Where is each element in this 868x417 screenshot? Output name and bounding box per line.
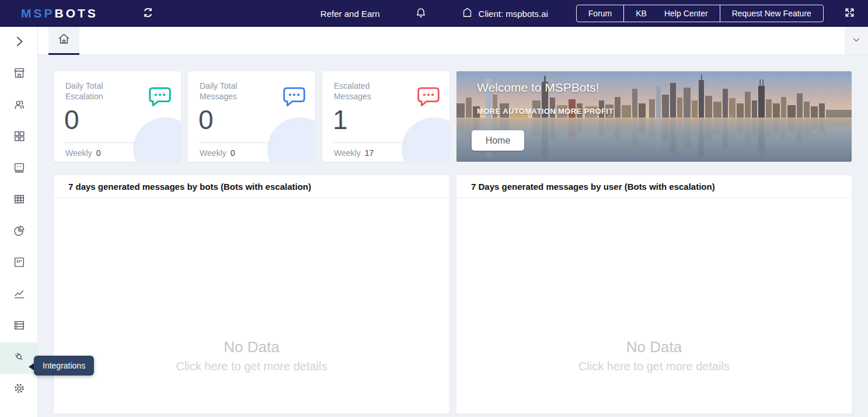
panel-header: 7 days generated messages by bots (Bots … bbox=[54, 175, 449, 198]
stat-card-title: Daily Total Escalation bbox=[65, 81, 135, 102]
navbar-menu: Forum KB Help Center Request New Feature bbox=[576, 5, 824, 22]
main-content: Daily Total Escalation 0 Weekly 0 Daily … bbox=[38, 55, 868, 417]
chart-panel-messages-by-user: 7 Days generated messages by user (Bots … bbox=[456, 175, 852, 413]
server-icon bbox=[13, 319, 26, 334]
banner-subtitle: MORE AUTOMATION MORE PROFIT bbox=[477, 107, 613, 116]
card-corner-decoration bbox=[402, 117, 449, 162]
card-divider bbox=[334, 143, 407, 143]
logo-text-msp: MSP bbox=[21, 6, 55, 20]
weekly-value: 0 bbox=[96, 148, 101, 158]
tooltip-arrow bbox=[29, 363, 34, 370]
request-new-feature-link[interactable]: Request New Feature bbox=[732, 9, 811, 18]
chat-bubble-icon bbox=[147, 84, 173, 111]
store-icon bbox=[13, 67, 26, 82]
left-sidebar bbox=[0, 27, 38, 417]
chart-empty-area[interactable]: No Data Click here to get more details bbox=[54, 198, 449, 413]
logo-text-bots: BOTS bbox=[55, 6, 98, 20]
mspbots-logo[interactable]: MSPBOTS bbox=[21, 6, 98, 20]
notifications-button[interactable] bbox=[415, 7, 427, 20]
tab-home[interactable] bbox=[48, 27, 79, 55]
sidebar-item-data-sources[interactable] bbox=[0, 311, 38, 342]
weekly-value: 0 bbox=[231, 148, 235, 158]
panel-title: 7 Days generated messages by user (Bots … bbox=[471, 182, 715, 192]
help-center-link[interactable]: Help Center bbox=[664, 9, 708, 18]
robot-icon bbox=[13, 161, 26, 176]
kb-link[interactable]: KB bbox=[636, 9, 647, 18]
fullscreen-button[interactable] bbox=[844, 7, 855, 20]
no-data-hint-link[interactable]: Click here to get more details bbox=[54, 360, 449, 373]
no-data-hint-link[interactable]: Click here to get more details bbox=[456, 360, 852, 373]
stat-card-daily-total-escalation[interactable]: Daily Total Escalation 0 Weekly 0 bbox=[54, 71, 181, 162]
chevron-down-icon bbox=[851, 34, 862, 47]
tab-bar bbox=[38, 27, 868, 55]
sidebar-item-reports[interactable] bbox=[0, 216, 38, 248]
request-new-feature-button[interactable]: Request New Feature bbox=[720, 5, 824, 22]
tooltip-label: Integrations bbox=[43, 361, 85, 370]
weekly-value: 17 bbox=[365, 148, 374, 158]
refresh-button[interactable] bbox=[142, 6, 154, 20]
stat-card-value: 0 bbox=[64, 104, 79, 135]
stat-card-title: Escalated Messages bbox=[334, 81, 404, 102]
app-window: MSPBOTS Refer and Earn bbox=[0, 0, 868, 417]
stat-card-daily-total-messages[interactable]: Daily Total Messages 0 Weekly 0 bbox=[188, 71, 315, 162]
card-corner-decoration bbox=[133, 117, 181, 162]
sidebar-item-settings[interactable] bbox=[0, 374, 38, 405]
stat-card-value: 0 bbox=[198, 104, 214, 135]
plug-icon bbox=[13, 350, 26, 366]
tab-list-dropdown-button[interactable] bbox=[845, 27, 868, 54]
users-icon bbox=[13, 98, 26, 113]
forum-link[interactable]: Forum bbox=[588, 9, 612, 18]
stat-card-escalated-messages[interactable]: Escalated Messages 1 Weekly 17 bbox=[322, 71, 449, 162]
card-corner-decoration bbox=[267, 117, 315, 162]
panel-title: 7 days generated messages by bots (Bots … bbox=[68, 182, 311, 192]
sidebar-expand-button[interactable] bbox=[0, 27, 38, 58]
building-icon bbox=[462, 7, 473, 20]
sidebar-item-scorecards[interactable] bbox=[0, 279, 38, 311]
sidebar-item-apps[interactable] bbox=[0, 121, 38, 153]
weekly-label: Weekly bbox=[334, 148, 361, 158]
refer-and-earn-link[interactable]: Refer and Earn bbox=[320, 9, 380, 19]
chat-bubble-icon bbox=[416, 84, 441, 111]
pie-chart-icon bbox=[13, 224, 26, 239]
welcome-banner: Welcome to MSPBots! MORE AUTOMATION MORE… bbox=[456, 71, 852, 162]
sidebar-item-bots[interactable] bbox=[0, 153, 38, 185]
banner-title: Welcome to MSPBots! bbox=[477, 81, 599, 95]
chat-bubble-icon bbox=[281, 84, 307, 111]
gear-icon bbox=[13, 382, 26, 397]
chevron-right-icon bbox=[12, 34, 26, 51]
stat-card-value: 1 bbox=[333, 104, 348, 135]
grid-icon bbox=[13, 130, 26, 145]
weekly-label: Weekly bbox=[65, 148, 92, 158]
sidebar-item-widgets[interactable] bbox=[0, 248, 38, 279]
card-divider bbox=[200, 143, 273, 143]
client-selector[interactable]: Client: mspbots.ai bbox=[462, 7, 548, 20]
refresh-icon bbox=[142, 6, 154, 20]
chart-panel-messages-by-bots: 7 days generated messages by bots (Bots … bbox=[54, 175, 449, 413]
sidebar-item-clients[interactable] bbox=[0, 90, 38, 121]
stat-card-title: Daily Total Messages bbox=[200, 81, 270, 102]
forum-button[interactable]: Forum bbox=[576, 5, 624, 22]
weekly-label: Weekly bbox=[200, 148, 226, 158]
sidebar-item-datasets[interactable] bbox=[0, 185, 38, 216]
kb-helpcenter-group: KB Help Center bbox=[623, 5, 720, 22]
fullscreen-icon bbox=[844, 7, 855, 20]
line-chart-icon bbox=[13, 287, 26, 303]
kanban-icon bbox=[13, 256, 26, 271]
client-label: Client: mspbots.ai bbox=[479, 9, 548, 19]
chart-empty-area[interactable]: No Data Click here to get more details bbox=[456, 198, 852, 413]
table-icon bbox=[13, 193, 26, 208]
no-data-label: No Data bbox=[54, 338, 449, 356]
panel-header: 7 Days generated messages by user (Bots … bbox=[456, 175, 852, 198]
integrations-tooltip: Integrations bbox=[34, 356, 94, 376]
home-icon bbox=[57, 32, 71, 48]
card-divider bbox=[65, 143, 138, 143]
bell-icon bbox=[415, 7, 427, 20]
sidebar-item-marketplace[interactable] bbox=[0, 58, 38, 90]
banner-home-button[interactable]: Home bbox=[472, 130, 524, 151]
top-navbar: MSPBOTS Refer and Earn bbox=[0, 0, 868, 27]
no-data-label: No Data bbox=[456, 338, 852, 356]
